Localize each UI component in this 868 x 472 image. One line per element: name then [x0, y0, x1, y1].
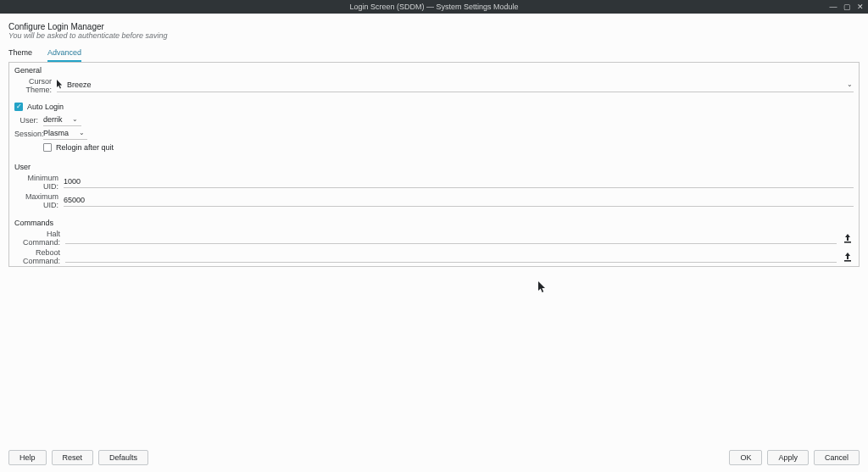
auto-login-checkbox[interactable]: ✓: [14, 103, 23, 111]
section-commands-title: Commands: [9, 215, 859, 229]
module-header: Configure Login Manager You will be aske…: [0, 14, 868, 43]
mouse-cursor-icon: [538, 281, 547, 293]
cancel-button[interactable]: Cancel: [814, 450, 860, 465]
defaults-button[interactable]: Defaults: [98, 450, 148, 465]
settings-panel: General Cursor Theme: Breeze ⌄ ✓ Auto Lo…: [8, 62, 860, 267]
help-button[interactable]: Help: [8, 450, 47, 465]
browse-reboot-button[interactable]: [842, 251, 854, 263]
cursor-theme-label: Cursor Theme:: [14, 77, 57, 94]
user-value: derrik: [43, 115, 63, 124]
relogin-label: Relogin after quit: [56, 143, 114, 152]
maximize-icon[interactable]: ▢: [843, 3, 851, 11]
min-uid-value: 1000: [64, 177, 81, 186]
section-general-title: General: [9, 63, 859, 76]
page-title: Configure Login Manager: [8, 22, 860, 31]
page-subtitle: You will be asked to authenticate before…: [8, 31, 860, 40]
svg-rect-1: [844, 260, 851, 262]
max-uid-input[interactable]: 65000: [64, 195, 854, 207]
ok-button[interactable]: OK: [729, 450, 762, 465]
titlebar: Login Screen (SDDM) — System Settings Mo…: [0, 0, 868, 14]
window-title: Login Screen (SDDM) — System Settings Mo…: [349, 3, 518, 11]
section-user-title: User: [9, 159, 859, 173]
reboot-command-label: Reboot Command:: [14, 248, 65, 265]
chevron-down-icon: ⌄: [71, 115, 80, 123]
session-select[interactable]: Plasma ⌄: [43, 128, 87, 140]
window-controls: — ▢ ✕: [829, 0, 865, 14]
halt-command-label: Halt Command:: [14, 230, 65, 247]
cursor-theme-select[interactable]: Breeze ⌄: [57, 79, 854, 92]
cursor-theme-value: Breeze: [67, 81, 92, 89]
relogin-checkbox[interactable]: [43, 143, 52, 152]
button-bar: Help Reset Defaults OK Apply Cancel: [0, 443, 868, 472]
max-uid-label: Maximum UID:: [14, 192, 64, 209]
chevron-down-icon: ⌄: [77, 129, 86, 136]
min-uid-label: Minimum UID:: [14, 174, 64, 191]
browse-halt-button[interactable]: [842, 232, 854, 244]
min-uid-input[interactable]: 1000: [64, 176, 854, 188]
tab-bar: Theme Advanced: [0, 43, 868, 62]
auto-login-label: Auto Login: [27, 103, 64, 111]
close-icon[interactable]: ✕: [856, 3, 865, 11]
user-label: User:: [14, 116, 43, 125]
halt-command-input[interactable]: [65, 232, 837, 244]
svg-rect-0: [844, 242, 851, 243]
reset-button[interactable]: Reset: [52, 450, 94, 465]
session-label: Session:: [14, 130, 43, 138]
apply-button[interactable]: Apply: [767, 450, 809, 465]
session-value: Plasma: [43, 129, 69, 137]
cursor-icon: [57, 80, 64, 90]
tab-theme[interactable]: Theme: [8, 48, 32, 62]
max-uid-value: 65000: [64, 196, 85, 204]
user-select[interactable]: derrik ⌄: [43, 114, 81, 126]
chevron-down-icon: ⌄: [845, 81, 854, 88]
tab-advanced[interactable]: Advanced: [47, 48, 81, 62]
minimize-icon[interactable]: —: [829, 3, 837, 11]
reboot-command-input[interactable]: [65, 251, 837, 263]
